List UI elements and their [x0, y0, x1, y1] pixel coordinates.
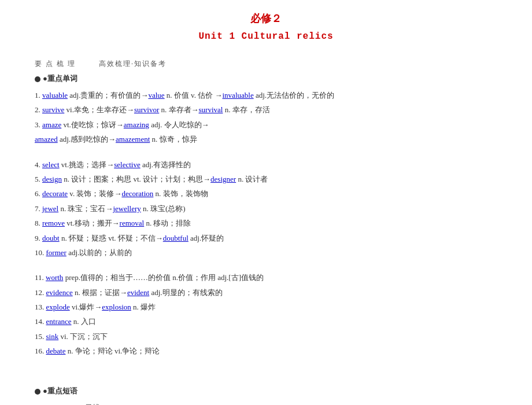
section-header-left: 要 点 梳 理: [35, 59, 76, 69]
word-survive: survive: [42, 105, 64, 114]
key-phrases-section: ●重点短语 1. in search of 寻找 2. belong to 属于: [35, 386, 497, 405]
word-evident: evident: [127, 288, 149, 297]
key-phrases-title: ●重点短语: [35, 386, 497, 396]
word-evidence: evidence: [46, 288, 73, 297]
word-decorate: decorate: [42, 189, 68, 198]
vocab-item-11: 11. worth prep.值得的；相当于……的价值 n.价值；作用 adj.…: [35, 271, 497, 284]
word-survivor: survivor: [134, 105, 159, 114]
bullet-dot-2: [35, 389, 40, 395]
word-decoration: decoration: [121, 189, 153, 198]
word-survival: survival: [199, 105, 223, 114]
bullet-dot-1: [35, 76, 40, 82]
vocab-item-13: 13. explode vi.爆炸→explosion n. 爆炸: [35, 300, 497, 314]
word-entrance: entrance: [46, 317, 72, 326]
word-valuable: valuable: [42, 91, 68, 100]
spacer-3: [35, 370, 497, 380]
unit-title: Unit 1 Cultural relics: [35, 31, 497, 42]
word-select: select: [42, 160, 60, 169]
phrase-of: of: [71, 403, 77, 405]
vocab-item-10: 10. former adj.以前的；从前的: [35, 246, 497, 259]
vocab-item-2: 2. survive vi.幸免；生幸存还→survivor n. 幸存者→su…: [35, 103, 497, 116]
word-invaluable: invaluable: [223, 91, 254, 100]
vocab-item-1: 1. valuable adj.贵重的；有价值的→value n. 价值 v. …: [35, 89, 497, 102]
vocab-item-4: 4. select vt.挑选；选择→selective adj.有选择性的: [35, 158, 497, 171]
vocab-group-1: 1. valuable adj.贵重的；有价值的→value n. 价值 v. …: [35, 89, 497, 146]
vocab-item-3: 3. amaze vt.使吃惊；惊讶→amazing adj. 令人吃惊的→: [35, 118, 497, 131]
vocab-item-6: 6. decorate v. 装饰；装修→decoration n. 装饰，装饰…: [35, 187, 497, 200]
word-designer: designer: [210, 175, 236, 183]
word-value: value: [148, 91, 164, 100]
word-amazed: amazed: [35, 135, 58, 143]
vocab-item-5: 5. design n. 设计；图案；构思 vt. 设计；计划；构思→desig…: [35, 172, 497, 186]
vocab-item-8: 8. remove vt.移动；搬开→removal n. 移动；排除: [35, 216, 497, 230]
word-removal: removal: [120, 219, 145, 227]
word-jewellery: jewellery: [113, 204, 141, 213]
section-header-right: 高效梳理·知识备考: [99, 59, 167, 69]
section-header: 要 点 梳 理 高效梳理·知识备考: [35, 59, 497, 69]
word-jewel: jewel: [42, 204, 58, 213]
key-words-section: ●重点单词 1. valuable adj.贵重的；有价值的→value n. …: [35, 73, 497, 358]
word-former: former: [46, 248, 66, 257]
vocab-group-2: 4. select vt.挑选；选择→selective adj.有选择性的 5…: [35, 158, 497, 260]
spacer-2: [35, 260, 497, 271]
page-title: 必修２: [35, 12, 497, 25]
vocab-item-12: 12. evidence n. 根据；证据→evident adj.明显的；有线…: [35, 286, 497, 299]
word-explode: explode: [46, 303, 70, 311]
word-doubtful: doubtful: [163, 234, 189, 242]
key-words-title: ●重点单词: [35, 73, 497, 84]
word-design: design: [42, 175, 62, 183]
vocab-item-16: 16. debate n. 争论；辩论 vi.争论；辩论: [35, 344, 497, 358]
phrase-item-1: 1. in search of 寻找: [35, 401, 497, 405]
word-amazement: amazement: [116, 135, 150, 143]
word-remove: remove: [42, 219, 65, 227]
vocab-item-15: 15. sink vi. 下沉；沉下: [35, 330, 497, 343]
spacer-1: [35, 148, 497, 158]
word-sink: sink: [46, 332, 59, 341]
vocab-item-3b: amazed adj.感到吃惊的→amazement n. 惊奇，惊异: [35, 132, 497, 146]
vocab-item-14: 14. entrance n. 入口: [35, 315, 497, 328]
vocab-item-7: 7. jewel n. 珠宝；宝石→jewellery n. 珠宝(总称): [35, 202, 497, 215]
word-doubt: doubt: [42, 234, 60, 242]
word-amazing: amazing: [124, 120, 149, 129]
word-debate: debate: [46, 347, 66, 355]
word-worth: worth: [46, 273, 63, 282]
word-selective: selective: [114, 160, 140, 169]
word-explosion: explosion: [102, 303, 131, 311]
vocab-item-9: 9. doubt n. 怀疑；疑惑 vt. 怀疑；不信→doubtful adj…: [35, 231, 497, 245]
word-amaze: amaze: [42, 120, 61, 129]
vocab-group-3: 11. worth prep.值得的；相当于……的价值 n.价值；作用 adj.…: [35, 271, 497, 358]
